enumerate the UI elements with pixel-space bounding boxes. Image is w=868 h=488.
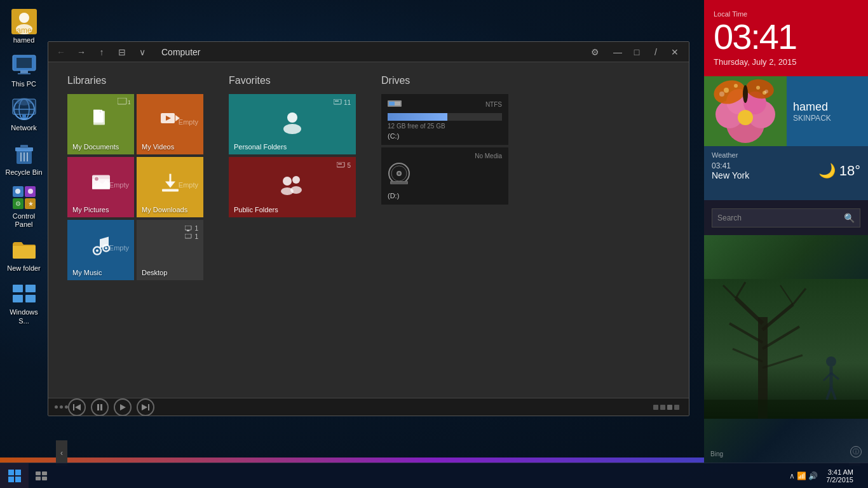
libraries-title: Libraries [67, 75, 203, 86]
svg-rect-99 [704, 279, 868, 419]
svg-rect-76 [73, 404, 74, 410]
weather-moon-icon: 🌙 [818, 163, 836, 179]
drives-section: Drives NTFS [381, 75, 508, 385]
main-content: Libraries [48, 62, 689, 416]
tile-my-music[interactable]: Empty My Music [67, 220, 134, 280]
back-button[interactable]: ← [53, 44, 69, 60]
hamed-icon: hamed [11, 9, 37, 34]
svg-text:⚙: ⚙ [15, 200, 20, 207]
forward-button[interactable]: → [74, 44, 89, 60]
svg-rect-119 [15, 470, 21, 475]
windows-s-icon [11, 281, 37, 306]
media-next-button[interactable] [137, 398, 154, 416]
tile-desktop[interactable]: 1 1 Desktop [137, 220, 203, 280]
my-downloads-label: My Downloads [142, 206, 198, 214]
public-count-value: 5 [347, 162, 351, 169]
user-tile[interactable]: hamed SKINPACK [704, 76, 868, 146]
desktop-label: Desktop [142, 269, 198, 276]
start-button[interactable] [0, 463, 29, 489]
my-downloads-icon [160, 172, 180, 197]
svg-point-1 [19, 13, 29, 23]
svg-rect-30 [13, 285, 23, 292]
media-prev-button[interactable] [68, 398, 86, 416]
media-pause-button[interactable] [91, 398, 109, 416]
network-label: Network [11, 124, 36, 132]
dot-1 [55, 405, 58, 409]
svg-rect-31 [25, 285, 36, 292]
tile-public-folders[interactable]: 5 Public Folders [229, 157, 356, 217]
new-folder-label: New folder [7, 264, 41, 273]
grid-icon [653, 405, 658, 410]
settings-button[interactable]: ⚙ [586, 45, 604, 59]
tray-volume-icon: 🔊 [808, 471, 818, 480]
media-play-button[interactable] [114, 398, 132, 416]
svg-point-94 [734, 84, 738, 88]
close-button[interactable]: ✕ [666, 45, 684, 59]
personal-folders-count: 11 [334, 99, 351, 106]
svg-point-111 [826, 356, 836, 367]
my-music-empty: Empty [109, 244, 129, 252]
tile-my-videos[interactable]: Empty My Videos [137, 94, 203, 154]
clock-time: 03:41 [714, 19, 858, 55]
tile-my-documents[interactable]: 1 My Documents [67, 94, 134, 154]
weather-title: Weather [712, 151, 860, 159]
tile-my-pictures[interactable]: Empty My Pictures [67, 157, 134, 217]
weather-row: 03:41 New York 🌙 18° [712, 161, 860, 180]
desktop-icon-network[interactable]: Network [3, 94, 46, 135]
search-box[interactable]: Search 🔍 [712, 208, 860, 227]
preview-button[interactable]: ⊟ [114, 44, 130, 60]
minimize-button[interactable]: — [609, 45, 627, 59]
desktop-icon-recycle-bin[interactable]: Recycle Bin [3, 139, 46, 179]
my-videos-icon [160, 111, 180, 133]
drive-c[interactable]: NTFS 12 GB free of 25 GB (C:) [381, 94, 508, 145]
desktop-icon-new-folder[interactable]: New folder [3, 234, 46, 275]
tray-arrow[interactable]: ∧ [789, 471, 795, 480]
svg-point-63 [292, 176, 300, 184]
tile-personal-folders[interactable]: 11 Personal Folders [229, 94, 356, 154]
drive-c-fill [388, 113, 447, 121]
bing-tile: Bing ⓘ [704, 235, 868, 463]
personal-folders-icon [280, 110, 304, 139]
drive-d[interactable]: No Media (D:) [381, 147, 508, 205]
scroll-left-button[interactable]: ‹ [56, 440, 67, 466]
svg-rect-122 [36, 471, 41, 475]
my-music-icon [92, 235, 110, 260]
status-bar [48, 398, 689, 416]
svg-rect-33 [25, 295, 36, 302]
bing-info-icon[interactable]: ⓘ [850, 446, 862, 458]
restore-button[interactable]: / [647, 45, 665, 59]
dropdown-button[interactable]: ∨ [135, 44, 150, 60]
grid-icon2 [660, 405, 665, 410]
svg-rect-56 [185, 234, 191, 238]
desktop-icons-area: hamed hamed This PC [0, 0, 48, 488]
grid-icon3 [667, 405, 672, 410]
clock-date: Thursday, July 2, 2015 [714, 57, 858, 67]
svg-rect-5 [17, 58, 32, 68]
clock-tile: Local Time 03:41 Thursday, July 2, 2015 [704, 0, 868, 76]
drive-d-icon [388, 162, 502, 189]
svg-text:hamed: hamed [12, 26, 36, 34]
svg-rect-69 [389, 102, 395, 105]
svg-point-97 [719, 92, 724, 97]
desktop-icon-windows-s[interactable]: Windows S... [3, 278, 46, 327]
favorites-grid: 11 Personal Folders [229, 94, 356, 217]
up-button[interactable]: ↑ [94, 44, 109, 60]
search-icon[interactable]: 🔍 [844, 213, 855, 223]
svg-point-53 [105, 247, 107, 249]
network-icon [11, 97, 37, 122]
user-info-tile: hamed SKINPACK [787, 76, 868, 146]
task-view-button[interactable] [29, 463, 54, 489]
svg-marker-48 [165, 181, 175, 187]
svg-point-26 [15, 189, 20, 194]
svg-point-58 [283, 124, 301, 134]
content-area: Libraries [48, 62, 689, 398]
personal-count-value: 11 [344, 99, 351, 106]
desktop-icon-this-pc[interactable]: This PC [3, 50, 46, 91]
svg-rect-18 [20, 145, 28, 148]
tile-my-downloads[interactable]: Empty My Downloads [137, 157, 203, 217]
grid-icon4 [674, 405, 679, 410]
maximize-button[interactable]: □ [628, 45, 646, 59]
taskbar-clock[interactable]: 3:41 AM 7/2/2015 [826, 468, 853, 484]
desktop-icon-control-panel[interactable]: ⚙ ★ Control Panel [3, 182, 46, 231]
desktop-icon-hamed[interactable]: hamed hamed [3, 6, 46, 47]
